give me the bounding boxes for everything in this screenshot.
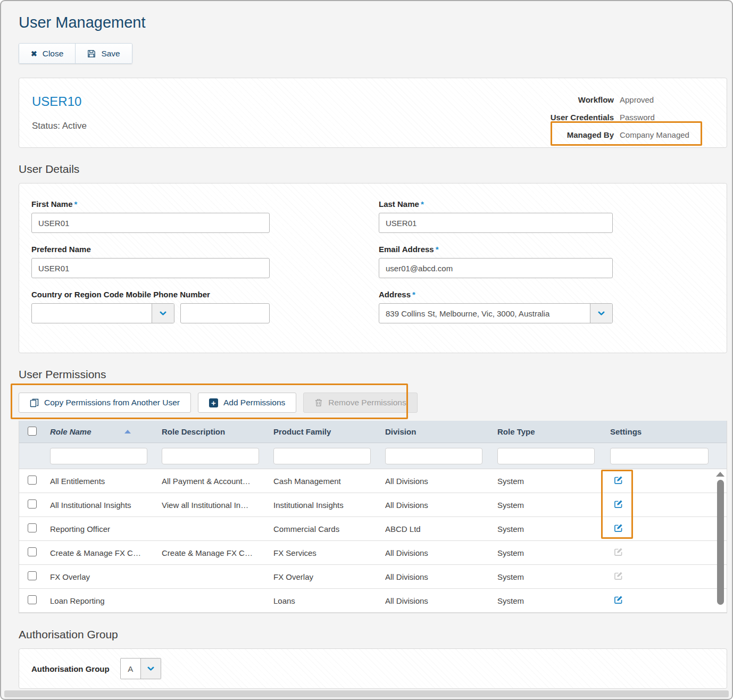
user-summary-panel: USER10 Status: Active Workflow Approved … [19, 78, 727, 148]
table-row: Reporting Officer Commercial Cards ABCD … [19, 517, 727, 541]
table-row: All Institutional Insights View all Inst… [19, 493, 727, 517]
edit-settings-icon-disabled [614, 547, 623, 556]
column-header-role-type[interactable]: Role Type [497, 427, 610, 436]
summary-fields: Workflow Approved User Credentials Passw… [533, 93, 705, 146]
close-icon: ✖ [31, 49, 37, 58]
row-checkbox[interactable] [28, 595, 37, 604]
authorisation-group-dropdown-button[interactable] [140, 659, 161, 679]
required-marker: * [421, 199, 424, 209]
table-row: FX Overlay FX Overlay All Divisions Syst… [19, 565, 727, 589]
workflow-label: Workflow [533, 93, 614, 111]
address-dropdown-button[interactable] [590, 304, 612, 323]
country-code-dropdown[interactable] [31, 303, 174, 323]
permissions-table: Role Name Role Description Product Famil… [19, 421, 727, 613]
required-marker: * [74, 199, 78, 209]
row-checkbox[interactable] [28, 476, 37, 485]
table-row: Create & Manage FX C… Create & Manage FX… [19, 541, 727, 565]
authorisation-group-label: Authorisation Group [31, 664, 110, 673]
table-row: Loan Reporting Loans All Divisions Syste… [19, 589, 727, 613]
filter-product-family-input[interactable] [273, 448, 371, 464]
first-name-input[interactable] [31, 213, 270, 233]
workflow-value: Approved [620, 93, 705, 111]
address-dropdown[interactable]: 839 Collins St, Melbourne, Vic, 3000, Au… [379, 303, 613, 323]
user-permissions-heading: User Permissions [19, 368, 727, 381]
edit-settings-icon-disabled [614, 571, 623, 580]
scrollbar-thumb[interactable] [717, 480, 724, 605]
close-button[interactable]: ✖ Close [19, 44, 75, 63]
remove-permissions-button: Remove Permissions [303, 393, 417, 413]
row-checkbox[interactable] [28, 571, 37, 580]
authorisation-group-dropdown[interactable]: A [120, 658, 161, 679]
filter-division-input[interactable] [385, 448, 482, 464]
last-name-label: Last Name [379, 199, 419, 209]
select-all-checkbox[interactable] [28, 427, 37, 436]
last-name-input[interactable] [379, 213, 613, 233]
table-row: All Entitlements All Payment & Account… … [19, 469, 727, 493]
filter-role-name-input[interactable] [50, 448, 147, 464]
authorisation-group-value: A [121, 659, 140, 679]
chevron-down-icon [147, 666, 154, 671]
edit-settings-icon[interactable] [614, 476, 623, 485]
address-field: Address* 839 Collins St, Melbourne, Vic,… [379, 290, 613, 323]
row-checkbox[interactable] [28, 499, 37, 509]
row-checkbox[interactable] [28, 547, 37, 556]
plus-icon: + [209, 398, 218, 407]
email-label: Email Address [379, 245, 434, 254]
horizontal-scrollbar-thumb[interactable] [4, 690, 729, 697]
user-details-panel: First Name* Last Name* Preferred Name Em… [19, 183, 727, 353]
save-button[interactable]: Save [75, 44, 131, 63]
column-header-product-family[interactable]: Product Family [273, 427, 385, 436]
first-name-label: First Name [31, 199, 73, 209]
chevron-down-icon [598, 311, 605, 316]
user-status: Status: Active [32, 121, 87, 131]
phone-field: Country or Region Code Mobile Phone Numb… [31, 290, 270, 323]
chevron-down-icon [160, 311, 166, 316]
credentials-label: User Credentials [533, 111, 614, 128]
managed-by-value: Company Managed [620, 128, 705, 146]
email-input[interactable] [379, 258, 613, 278]
preferred-name-input[interactable] [31, 258, 270, 278]
authorisation-group-heading: Authorisation Group [19, 628, 727, 641]
phone-label: Country or Region Code Mobile Phone Numb… [31, 290, 270, 299]
edit-settings-icon[interactable] [614, 595, 623, 604]
table-header-row: Role Name Role Description Product Famil… [19, 421, 727, 443]
copy-permissions-button[interactable]: Copy Permissions from Another User [19, 393, 191, 413]
add-permissions-button[interactable]: + Add Permissions [198, 393, 296, 413]
user-id-link[interactable]: USER10 [32, 94, 81, 109]
column-header-settings[interactable]: Settings [610, 427, 727, 436]
column-header-division[interactable]: Division [385, 427, 497, 436]
filter-settings-input[interactable] [610, 448, 709, 464]
filter-role-description-input[interactable] [162, 448, 259, 464]
preferred-name-field: Preferred Name [31, 245, 270, 278]
required-marker: * [412, 290, 415, 299]
copy-icon [30, 398, 39, 407]
managed-by-label: Managed By [533, 128, 614, 146]
toolbar: ✖ Close Save [19, 43, 132, 64]
authorisation-group-panel: Authorisation Group A [19, 648, 727, 689]
user-details-heading: User Details [19, 163, 727, 176]
sort-ascending-icon [124, 430, 131, 434]
scroll-up-icon[interactable] [716, 472, 724, 477]
edit-settings-icon[interactable] [614, 499, 623, 509]
first-name-field: First Name* [31, 199, 270, 233]
email-field: Email Address* [379, 245, 613, 278]
mobile-number-input[interactable] [180, 303, 270, 323]
table-vertical-scrollbar [716, 472, 724, 609]
row-checkbox[interactable] [28, 523, 37, 532]
edit-settings-icon[interactable] [614, 523, 623, 532]
column-header-role-name[interactable]: Role Name [50, 427, 162, 436]
address-value: 839 Collins St, Melbourne, Vic, 3000, Au… [379, 304, 590, 323]
last-name-field: Last Name* [379, 199, 613, 233]
column-header-role-description[interactable]: Role Description [162, 427, 273, 436]
country-code-value [32, 304, 152, 323]
filter-role-type-input[interactable] [497, 448, 595, 464]
country-code-dropdown-button[interactable] [152, 304, 174, 323]
user-management-window: User Management ✖ Close Save USER10 Stat… [0, 0, 733, 700]
permissions-toolbar: Copy Permissions from Another User + Add… [19, 393, 727, 413]
credentials-value: Password [620, 111, 705, 128]
trash-icon [314, 398, 323, 407]
page-title: User Management [19, 1, 727, 31]
preferred-name-label: Preferred Name [31, 245, 270, 254]
table-filter-row [19, 443, 727, 469]
address-label: Address [379, 290, 411, 299]
